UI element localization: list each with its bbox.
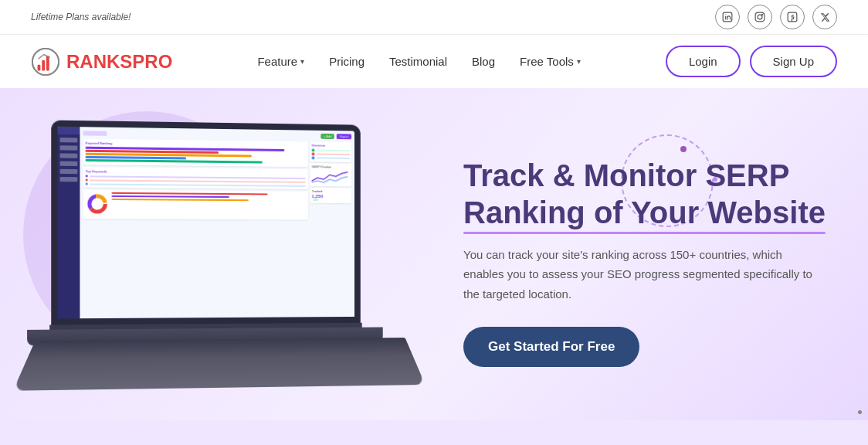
nav-links: Feature ▾ Pricing Testimonial Blog Free … xyxy=(257,55,580,69)
logo[interactable]: RANKSPRO xyxy=(31,47,172,76)
hero-text-area: Track & Monitor SERP Ranking of Your Web… xyxy=(432,157,837,368)
nav-free-tools-label: Free Tools xyxy=(520,55,574,68)
social-icons-group xyxy=(715,5,837,29)
svg-rect-10 xyxy=(42,60,45,70)
laptop-keyboard-area xyxy=(13,338,426,391)
nav-item-free-tools[interactable]: Free Tools ▾ xyxy=(520,55,581,68)
twitter-x-icon[interactable] xyxy=(812,5,837,29)
facebook-icon[interactable] xyxy=(780,5,805,29)
svg-point-6 xyxy=(762,14,763,15)
nav-buttons: Login Sign Up xyxy=(666,46,837,77)
login-button[interactable]: Login xyxy=(666,46,741,77)
laptop-screen-outer: + Add Export Keyword Ranking xyxy=(51,120,361,324)
bottom-dot-deco xyxy=(858,410,862,414)
instagram-icon[interactable] xyxy=(748,5,772,29)
svg-point-16 xyxy=(93,200,101,208)
cta-button[interactable]: Get Started For Free xyxy=(463,327,639,367)
nav-blog-label[interactable]: Blog xyxy=(472,55,495,68)
logo-icon xyxy=(31,47,60,76)
hero-title: Track & Monitor SERP Ranking of Your Web… xyxy=(463,157,837,231)
deco-dot-1 xyxy=(680,146,687,152)
logo-text-red: PRO xyxy=(132,51,172,72)
laptop-illustration: + Add Export Keyword Ranking xyxy=(31,123,432,401)
dashboard-mock: + Add Export Keyword Ranking xyxy=(58,127,355,319)
chevron-down-icon-2: ▾ xyxy=(577,57,581,66)
nav-pricing-label[interactable]: Pricing xyxy=(329,55,364,68)
svg-rect-9 xyxy=(38,64,41,70)
logo-text-black: RANKS xyxy=(66,51,132,72)
laptop-screen-inner: + Add Export Keyword Ranking xyxy=(58,127,355,319)
logo-text: RANKSPRO xyxy=(66,51,172,73)
hero-section: + Add Export Keyword Ranking xyxy=(0,88,868,420)
nav-item-feature[interactable]: Feature ▾ xyxy=(257,55,304,68)
laptop-wrapper: + Add Export Keyword Ranking xyxy=(27,120,412,404)
hero-title-line2: Ranking of Your Website xyxy=(463,194,826,231)
navbar: RANKSPRO Feature ▾ Pricing Testimonial B… xyxy=(0,35,868,88)
nav-testimonial-label[interactable]: Testimonial xyxy=(389,55,447,68)
nav-item-testimonial[interactable]: Testimonial xyxy=(389,55,447,69)
signup-button[interactable]: Sign Up xyxy=(750,46,837,77)
chevron-down-icon: ▾ xyxy=(300,57,304,66)
svg-rect-11 xyxy=(46,56,49,70)
nav-item-blog[interactable]: Blog xyxy=(472,55,495,69)
hero-subtitle: You can track your site's ranking across… xyxy=(463,245,819,304)
announcement-text: Lifetime Plans available! xyxy=(31,12,131,22)
nav-item-pricing[interactable]: Pricing xyxy=(329,55,364,69)
svg-point-5 xyxy=(758,15,762,19)
top-bar: Lifetime Plans available! xyxy=(0,0,868,35)
dash-main: + Add Export Keyword Ranking xyxy=(80,127,354,318)
hero-title-line1: Track & Monitor SERP xyxy=(463,158,789,192)
svg-point-12 xyxy=(32,48,59,74)
linkedin-icon[interactable] xyxy=(715,5,740,29)
dash-sidebar xyxy=(58,127,80,319)
nav-feature-label: Feature xyxy=(257,55,297,68)
svg-rect-4 xyxy=(755,12,765,22)
